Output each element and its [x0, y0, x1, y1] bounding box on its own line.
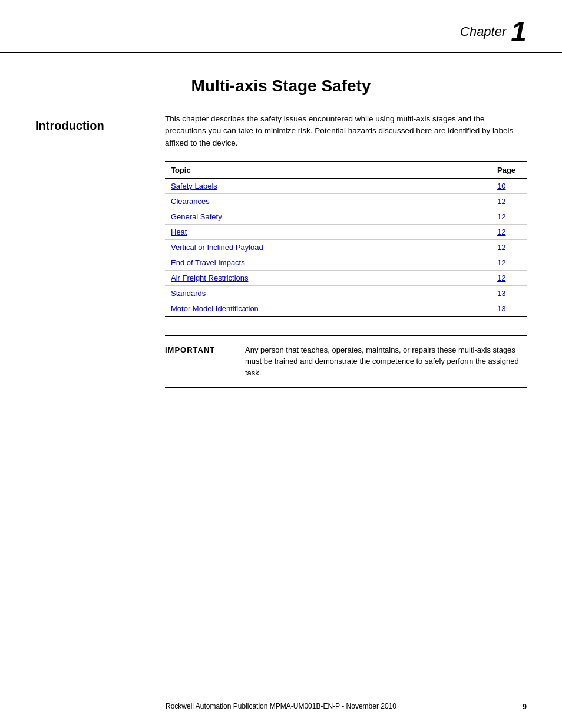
important-label: IMPORTANT — [165, 344, 236, 379]
page-title: Multi-axis Stage Safety — [35, 77, 527, 95]
toc-topic-link[interactable]: General Safety — [171, 212, 222, 221]
toc-topic-cell: Clearances — [165, 193, 491, 209]
toc-page-link[interactable]: 12 — [497, 228, 505, 236]
toc-topic-cell: Safety Labels — [165, 178, 491, 193]
toc-page-link[interactable]: 12 — [497, 197, 505, 206]
page-title-section: Multi-axis Stage Safety — [0, 53, 562, 113]
toc-page-cell: 12 — [491, 255, 527, 270]
table-row: Air Freight Restrictions12 — [165, 270, 527, 285]
page-footer: Rockwell Automation Publication MPMA-UM0… — [0, 702, 562, 710]
chapter-label: Chapter — [460, 24, 506, 39]
toc-topic-cell: Standards — [165, 285, 491, 301]
toc-topic-link[interactable]: Standards — [171, 289, 206, 298]
toc-topic-cell: Vertical or Inclined Payload — [165, 239, 491, 255]
left-sidebar: Introduction — [35, 113, 153, 388]
toc-page-link[interactable]: 12 — [497, 274, 505, 282]
toc-page-cell: 12 — [491, 270, 527, 285]
chapter-number: 1 — [511, 18, 527, 46]
page: Chapter 1 Multi-axis Stage Safety Introd… — [0, 0, 562, 728]
table-row: Clearances12 — [165, 193, 527, 209]
toc-page-cell: 12 — [491, 193, 527, 209]
col-header-topic: Topic — [165, 162, 491, 179]
toc-page-link[interactable]: 13 — [497, 304, 505, 313]
toc-topic-link[interactable]: Safety Labels — [171, 182, 217, 190]
toc-page-cell: 10 — [491, 178, 527, 193]
toc-page-link[interactable]: 13 — [497, 289, 505, 298]
toc-topic-link[interactable]: Vertical or Inclined Payload — [171, 243, 263, 252]
toc-topic-cell: General Safety — [165, 209, 491, 224]
footer-text: Rockwell Automation Publication MPMA-UM0… — [35, 702, 527, 710]
intro-text: This chapter describes the safety issues… — [165, 113, 527, 149]
toc-topic-link[interactable]: Motor Model Identification — [171, 304, 259, 313]
toc-page-cell: 13 — [491, 285, 527, 301]
table-row: Standards13 — [165, 285, 527, 301]
table-row: Vertical or Inclined Payload12 — [165, 239, 527, 255]
toc-topic-cell: Heat — [165, 224, 491, 239]
toc-page-cell: 12 — [491, 224, 527, 239]
important-text: Any person that teaches, operates, maint… — [245, 344, 527, 379]
toc-topic-cell: Air Freight Restrictions — [165, 270, 491, 285]
chapter-header: Chapter 1 — [0, 0, 562, 53]
table-row: General Safety12 — [165, 209, 527, 224]
toc-page-link[interactable]: 10 — [497, 182, 505, 190]
col-header-page: Page — [491, 162, 527, 179]
table-row: End of Travel Impacts12 — [165, 255, 527, 270]
table-row: Motor Model Identification13 — [165, 301, 527, 317]
toc-topic-link[interactable]: Clearances — [171, 197, 210, 206]
right-content: This chapter describes the safety issues… — [153, 113, 527, 388]
toc-page-link[interactable]: 12 — [497, 212, 505, 221]
toc-topic-cell: Motor Model Identification — [165, 301, 491, 317]
toc-page-cell: 12 — [491, 209, 527, 224]
section-heading-introduction: Introduction — [35, 119, 153, 133]
toc-topic-link[interactable]: End of Travel Impacts — [171, 258, 245, 267]
toc-topic-link[interactable]: Heat — [171, 228, 187, 236]
toc-page-cell: 12 — [491, 239, 527, 255]
toc-topic-cell: End of Travel Impacts — [165, 255, 491, 270]
toc-topic-link[interactable]: Air Freight Restrictions — [171, 274, 248, 282]
table-row: Heat12 — [165, 224, 527, 239]
toc-page-cell: 13 — [491, 301, 527, 317]
toc-page-link[interactable]: 12 — [497, 258, 505, 267]
content-area: Introduction This chapter describes the … — [0, 113, 562, 388]
toc-page-link[interactable]: 12 — [497, 243, 505, 252]
page-number: 9 — [523, 702, 527, 711]
table-row: Safety Labels10 — [165, 178, 527, 193]
important-box: IMPORTANT Any person that teaches, opera… — [165, 335, 527, 388]
toc-table: Topic Page Safety Labels10Clearances12Ge… — [165, 161, 527, 317]
